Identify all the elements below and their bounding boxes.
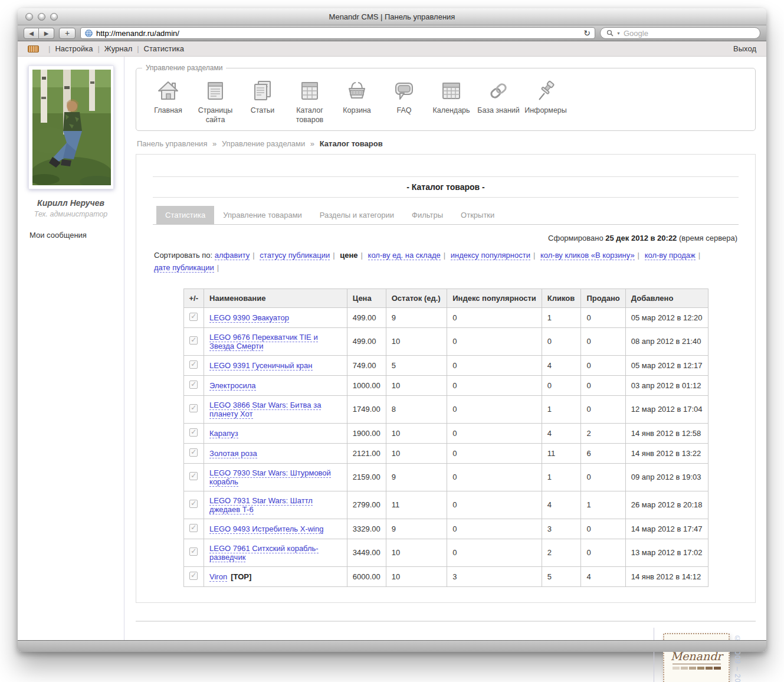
checkbox-checked-icon[interactable] [189, 547, 198, 556]
forward-button[interactable]: ▶ [39, 28, 54, 39]
logout-link[interactable]: Выход [733, 44, 756, 53]
product-link[interactable]: LEGO 9493 Истребитель X-wing [209, 524, 323, 534]
cell-sold: 4 [581, 566, 625, 586]
sort-option[interactable]: индексу популярности [451, 251, 530, 260]
cell-popularity: 0 [447, 327, 542, 355]
section-item-articles[interactable]: Статьи [239, 78, 286, 124]
cell-sold: 0 [581, 327, 625, 355]
home-icon [155, 78, 182, 104]
sort-option[interactable]: кол-ву продаж [645, 251, 696, 260]
tab[interactable]: Статистика [156, 206, 214, 224]
cell-added: 12 мар 2012 в 17:04 [625, 395, 708, 423]
cell-popularity: 0 [447, 463, 542, 491]
address-bar[interactable]: http://menandr.ru/admin/ ↻ [80, 27, 595, 39]
section-item-faq[interactable]: FAQ [380, 78, 428, 124]
back-button[interactable]: ◀ [24, 28, 39, 39]
cell-popularity: 0 [447, 355, 542, 375]
section-item-informers[interactable]: Информеры [522, 78, 569, 124]
product-link[interactable]: LEGO 7931 Star Wars: Шаттл джедаев T-6 [209, 496, 313, 514]
tab[interactable]: Управление товарами [214, 206, 311, 224]
cell-sold: 0 [581, 307, 625, 327]
product-link[interactable]: LEGO 9676 Перехватчик TIE и Звезда Смерт… [209, 333, 318, 351]
checkbox-checked-icon[interactable] [189, 500, 198, 508]
checkbox-checked-icon[interactable] [189, 524, 198, 532]
product-link[interactable]: LEGO 9390 Эвакуатор [209, 313, 289, 323]
cell-price: 499.00 [347, 327, 386, 355]
sort-option[interactable]: дате публикации [154, 263, 214, 273]
sections-panel-legend: Управление разделами [142, 64, 226, 72]
checkbox-checked-icon[interactable] [189, 336, 198, 345]
search-input[interactable]: ▼ Google [600, 27, 760, 39]
checkbox-checked-icon[interactable] [189, 313, 198, 321]
cell-clicks: 1 [542, 463, 581, 491]
window-titlebar: Menandr CMS | Панель управления [18, 8, 766, 25]
checkbox-checked-icon[interactable] [189, 404, 198, 412]
search-options-caret-icon[interactable]: ▼ [616, 31, 621, 35]
tab[interactable]: Открытки [452, 206, 503, 224]
product-link[interactable]: LEGO 3866 Star Wars: Битва за планету Хо… [209, 401, 321, 419]
sort-option[interactable]: кол-ву ед. на складе [368, 251, 441, 260]
table-row: LEGO 9676 Перехватчик TIE и Звезда Смерт… [183, 327, 708, 355]
product-link[interactable]: LEGO 7930 Star Wars: Штурмовой корабль [209, 468, 331, 487]
cell-stock: 10 [386, 539, 447, 566]
tab[interactable]: Разделы и категории [311, 206, 403, 224]
cell-stock: 10 [386, 443, 447, 463]
checkbox-checked-icon[interactable] [189, 381, 198, 389]
pushpin-icon [532, 78, 559, 104]
cell-sold: 0 [581, 395, 625, 423]
menandr-mini-logo-icon[interactable] [28, 45, 39, 53]
table-row: Карапуз 1900.00 10 0 4 2 14 янв 2012 в 1… [183, 423, 708, 443]
cell-added: 05 мар 2012 в 12:17 [625, 355, 708, 375]
sidebar: Кирилл Неручев Тех. администратор Мои со… [18, 57, 124, 640]
breadcrumb-dashboard[interactable]: Панель управления [137, 139, 207, 148]
section-item-site-pages[interactable]: Страницы сайта [192, 78, 239, 124]
checkbox-checked-icon[interactable] [189, 428, 198, 437]
section-item-home[interactable]: Главная [145, 78, 192, 124]
checkbox-checked-icon[interactable] [189, 572, 198, 580]
admin-top-nav: | Настройка | Журнал | Статистика Выход [18, 41, 766, 57]
nav-item-journal[interactable]: Журнал [104, 44, 132, 53]
window-title: Menandr CMS | Панель управления [18, 12, 766, 21]
header-added: Добавлено [625, 288, 708, 307]
tab[interactable]: Фильтры [403, 206, 452, 224]
my-messages-link[interactable]: Мои сообщения [29, 231, 124, 240]
checkbox-checked-icon[interactable] [189, 360, 198, 369]
window-status-bar [18, 640, 766, 652]
refresh-icon[interactable]: ↻ [583, 29, 591, 37]
site-pages-icon [202, 78, 229, 104]
cell-popularity: 0 [447, 443, 542, 463]
section-item-catalog[interactable]: Каталог товаров [286, 78, 333, 124]
cell-popularity: 0 [447, 375, 542, 395]
cell-added: 08 апр 2012 в 21:40 [625, 327, 708, 355]
nav-item-statistics[interactable]: Статистика [144, 44, 184, 53]
product-link[interactable]: Viron [209, 572, 227, 582]
section-item-knowledge-base[interactable]: База знаний [475, 78, 522, 124]
product-link[interactable]: Карапуз [209, 429, 238, 438]
search-placeholder: Google [624, 29, 648, 38]
sort-option[interactable]: статусу публикации [260, 251, 330, 260]
cell-clicks: 4 [542, 491, 581, 519]
product-link[interactable]: Золотая роза [209, 449, 257, 458]
sort-option[interactable]: цене [340, 251, 357, 260]
header-name: Наименование [204, 288, 347, 307]
checkbox-checked-icon[interactable] [189, 448, 198, 457]
breadcrumb-sections[interactable]: Управление разделами [222, 139, 305, 148]
cell-price: 1900.00 [347, 423, 386, 443]
section-item-calendar[interactable]: Календарь [428, 78, 475, 124]
section-item-basket[interactable]: Корзина [333, 78, 380, 124]
new-tab-button[interactable]: + [59, 28, 76, 39]
product-link[interactable]: Электросила [209, 381, 256, 391]
checkbox-checked-icon[interactable] [189, 472, 198, 480]
cell-popularity: 0 [447, 423, 542, 443]
cell-sold: 2 [581, 423, 625, 443]
sort-option[interactable]: алфавиту [215, 251, 250, 260]
cell-price: 749.00 [347, 355, 386, 375]
product-link[interactable]: LEGO 7961 Ситхский корабль-разведчик [209, 544, 319, 562]
cell-sold: 0 [581, 355, 625, 375]
cell-sold: 0 [581, 463, 625, 491]
sort-options: Сортировать по: алфавиту| статусу публик… [154, 250, 720, 274]
product-link[interactable]: LEGO 9391 Гусеничный кран [209, 361, 312, 370]
cell-clicks: 4 [542, 355, 581, 375]
sort-option[interactable]: кол-ву кликов «В корзину» [540, 251, 635, 260]
nav-item-settings[interactable]: Настройка [55, 44, 93, 53]
